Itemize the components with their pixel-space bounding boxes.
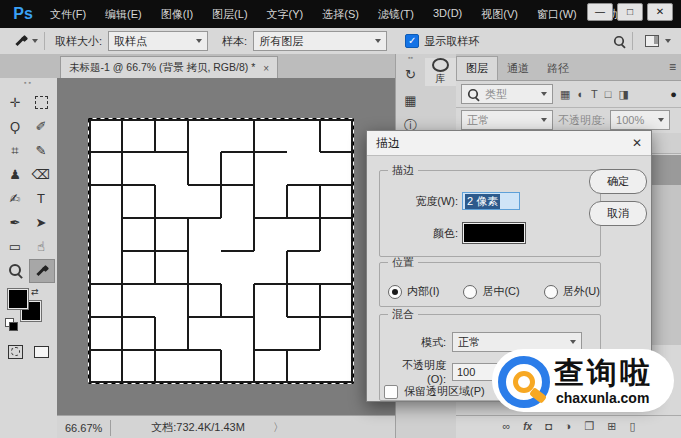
shape-tool[interactable]: ▭ [3, 235, 27, 257]
path-select-tool[interactable]: ➤ [29, 211, 53, 233]
quick-selection-tool[interactable]: ✐ [29, 115, 53, 137]
pen-tool[interactable]: ✒ [3, 211, 27, 233]
tab-layers[interactable]: 图层 [456, 56, 498, 80]
marquee-tool[interactable] [29, 91, 53, 113]
menu-view[interactable]: 视图(V) [481, 7, 518, 22]
workspace-switcher-icon[interactable] [645, 35, 659, 47]
layers-list-fragment [652, 185, 681, 345]
stroke-color-label: 颜色: [384, 226, 458, 241]
close-tab-icon[interactable]: × [263, 63, 269, 74]
search-icon[interactable] [614, 36, 624, 46]
history-panel-icon[interactable]: ↻ [396, 61, 425, 87]
delete-layer-icon[interactable]: ▯ [630, 420, 636, 433]
libraries-tab[interactable]: 库 [425, 58, 456, 86]
eyedropper-preset-caret-icon[interactable] [32, 39, 38, 43]
document-tab[interactable]: 未标题-1 @ 66.7% (背景 拷贝, RGB/8) * × [60, 56, 278, 79]
cancel-button[interactable]: 取消 [589, 201, 647, 226]
dialog-titlebar[interactable]: 描边 ✕ [367, 131, 651, 156]
link-layers-icon[interactable]: ∞ [502, 420, 510, 432]
radio-icon [544, 285, 558, 299]
dropdown-caret-icon [375, 39, 381, 43]
new-layer-icon[interactable]: ⊞ [607, 420, 616, 433]
menu-select[interactable]: 选择(S) [322, 7, 359, 22]
document-canvas[interactable] [88, 118, 354, 384]
layers-panel-tabs: 图层 通道 路径 ≡ [456, 54, 681, 81]
quick-mask-button[interactable] [3, 341, 27, 363]
menu-image[interactable]: 图像(I) [161, 7, 193, 22]
opacity-label: 不透明度: [558, 113, 605, 128]
filter-kind-type-icon[interactable]: T [591, 88, 598, 100]
sample-dropdown[interactable]: 所有图层 [253, 31, 387, 51]
maximize-button[interactable]: □ [617, 3, 643, 21]
layer-style-icon[interactable]: fx [523, 421, 532, 432]
panel-strip-grip[interactable]: ▪▪ [396, 54, 425, 61]
group-layers-icon[interactable]: ❒ [584, 420, 594, 433]
tab-paths[interactable]: 路径 [538, 57, 578, 80]
minimize-button[interactable]: — [587, 3, 613, 21]
menu-filter[interactable]: 滤镜(T) [378, 7, 414, 22]
clone-stamp-tool[interactable]: ♟ [3, 163, 27, 185]
position-group-legend: 位置 [388, 255, 418, 270]
move-tool-icon: ✛ [10, 96, 21, 109]
tools-panel-grip[interactable]: ▪▪ [0, 78, 57, 87]
filter-toggle-icon[interactable]: ● [670, 88, 677, 100]
opacity-dropdown[interactable]: 100% [610, 110, 670, 130]
layer-filter-dropdown[interactable]: 类型 [461, 84, 553, 104]
crop-tool[interactable]: ⌗ [3, 139, 27, 161]
brush-tool[interactable]: ✎ [29, 139, 53, 161]
position-center-radio[interactable]: 居中(C) [463, 284, 519, 299]
canvas-area[interactable] [57, 78, 395, 415]
document-size-info: 文档:732.4K/1.43M [151, 420, 245, 435]
smudge-tool[interactable]: ✍ [3, 187, 27, 209]
status-expand-icon[interactable]: 〉 [273, 420, 284, 435]
blending-group-legend: 混合 [388, 307, 418, 322]
lasso-tool[interactable]: Ϙ [3, 115, 27, 137]
stroke-width-label: 宽度(W): [384, 194, 458, 209]
zoom-tool[interactable] [3, 259, 27, 281]
tab-channels[interactable]: 通道 [498, 57, 538, 80]
screen-mode-button[interactable] [29, 341, 53, 363]
eyedropper-icon[interactable] [14, 34, 28, 48]
workspace-caret-icon[interactable] [665, 39, 671, 43]
stroke-width-input[interactable]: 2 像素 [462, 192, 520, 210]
adjustment-layer-icon[interactable]: ◑ [565, 420, 572, 432]
stroke-group: 描边 宽度(W): 2 像素 颜色: [379, 163, 601, 257]
eraser-tool[interactable]: ⌫ [29, 163, 53, 185]
clone-stamp-tool-icon: ♟ [9, 168, 21, 181]
filter-kind-shape-icon[interactable]: □ [605, 88, 612, 100]
zoom-level-field[interactable]: 66.67% [57, 420, 111, 436]
layer-mask-icon[interactable]: ◘ [545, 420, 552, 432]
brush-tool-icon: ✎ [36, 144, 47, 157]
swatches-panel-icon[interactable]: ▦ [396, 87, 425, 113]
default-colors-icon[interactable] [9, 322, 18, 331]
blend-mode-dropdown[interactable]: 正常 [461, 110, 553, 130]
position-inside-radio[interactable]: 内部(I) [388, 284, 439, 299]
hand-tool[interactable]: ☝ [29, 235, 53, 257]
menu-edit[interactable]: 编辑(E) [105, 7, 142, 22]
menu-bar: 文件(F) 编辑(E) 图像(I) 图层(L) 文字(Y) 选择(S) 滤镜(T… [50, 7, 633, 22]
panel-menu-icon[interactable]: ≡ [669, 60, 676, 74]
show-sampling-ring-checkbox[interactable]: ✓ [405, 34, 419, 48]
menu-layer[interactable]: 图层(L) [212, 7, 247, 22]
preserve-transparency-checkbox[interactable] [384, 385, 398, 399]
stroke-color-swatch[interactable] [462, 222, 526, 244]
lasso-tool-icon: Ϙ [10, 120, 20, 133]
menu-3d[interactable]: 3D(D) [433, 7, 462, 22]
menu-file[interactable]: 文件(F) [50, 7, 86, 22]
foreground-color-swatch[interactable] [7, 288, 29, 310]
eyedropper-tool[interactable] [29, 259, 55, 283]
type-tool[interactable]: T [29, 187, 53, 209]
dialog-close-icon[interactable]: ✕ [632, 136, 642, 150]
menu-type[interactable]: 文字(Y) [267, 7, 304, 22]
position-outside-radio[interactable]: 居外(U) [544, 284, 600, 299]
sample-size-dropdown[interactable]: 取样点 [108, 31, 208, 51]
close-button[interactable]: ✕ [647, 3, 673, 21]
filter-kind-image-icon[interactable]: ▦ [560, 88, 570, 101]
swap-colors-icon[interactable]: ⇄ [31, 287, 39, 297]
move-tool[interactable]: ✛ [3, 91, 27, 113]
filter-kind-adjustment-icon[interactable]: ◐ [577, 88, 584, 100]
menu-window[interactable]: 窗口(W) [537, 7, 577, 22]
filter-kind-smartobject-icon[interactable]: ◨ [618, 88, 628, 101]
watermark-logo-inner [513, 371, 535, 393]
ok-button[interactable]: 确定 [589, 169, 647, 194]
